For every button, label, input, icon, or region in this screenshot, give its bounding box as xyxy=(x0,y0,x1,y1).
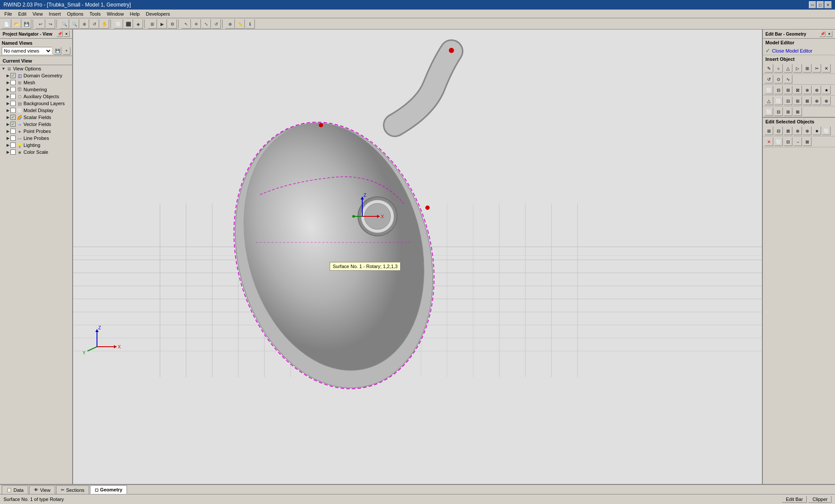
insert-btn-4[interactable]: ▷ xyxy=(793,64,802,73)
edit-btn-9[interactable]: ⬜ xyxy=(774,137,783,146)
edit-btn-3[interactable]: ⊠ xyxy=(784,126,792,135)
insert-btn-2[interactable]: ⟐ xyxy=(774,64,783,73)
insert-btn-13[interactable]: ⊞ xyxy=(784,86,792,94)
check-domain-geometry[interactable]: ✓ xyxy=(10,73,16,78)
tree-item-vector-fields[interactable]: ▶ ✓ → Vector Fields xyxy=(0,121,72,128)
insert-btn-19[interactable]: ⬜ xyxy=(774,96,783,105)
check-lighting[interactable] xyxy=(10,143,16,148)
insert-btn-3[interactable]: △ xyxy=(784,64,792,73)
insert-btn-26[interactable]: ⊟ xyxy=(774,107,783,116)
insert-btn-21[interactable]: ⊞ xyxy=(793,96,802,105)
tree-item-background-layers[interactable]: ▶ ▤ Background Layers xyxy=(0,100,72,107)
tree-item-view-options[interactable]: ▼ 🖥 View Options xyxy=(0,65,72,72)
menu-view[interactable]: View xyxy=(30,10,46,17)
check-color-scale[interactable] xyxy=(10,149,16,155)
tree-item-scalar-fields[interactable]: ▶ ✓ 🌈 Scalar Fields xyxy=(0,114,72,121)
close-button[interactable]: × xyxy=(825,1,832,8)
insert-btn-16[interactable]: ⊕ xyxy=(812,86,821,94)
menu-developers[interactable]: Developers xyxy=(143,10,173,17)
edit-btn-5[interactable]: ⊕ xyxy=(803,126,812,135)
tb-settings[interactable]: ⚙ xyxy=(167,19,177,29)
insert-btn-9[interactable]: ⊙ xyxy=(774,75,783,83)
check-line-probes[interactable] xyxy=(10,136,16,141)
insert-btn-7[interactable]: ✕ xyxy=(822,64,831,73)
right-panel-pin[interactable]: 📌 xyxy=(819,31,825,37)
tree-item-auxiliary-objects[interactable]: ▶ ⬡ Auxiliary Objects xyxy=(0,93,72,100)
insert-btn-23[interactable]: ⊕ xyxy=(812,96,821,105)
check-bg[interactable] xyxy=(10,101,16,106)
tb-scale[interactable]: ⤡ xyxy=(201,19,211,29)
tb-info[interactable]: ℹ xyxy=(245,19,255,29)
tree-item-model-display[interactable]: ▶ ⬜ Model Display xyxy=(0,107,72,114)
edit-btn-6[interactable]: ★ xyxy=(812,126,821,135)
tb-select[interactable]: ↖ xyxy=(181,19,191,29)
tree-item-numbering[interactable]: ▶ ⑫ Numbering xyxy=(0,86,72,93)
panel-close-button[interactable]: × xyxy=(63,31,70,37)
insert-btn-28[interactable]: ⊠ xyxy=(793,107,802,116)
tb-undo[interactable]: ↩ xyxy=(36,19,45,29)
tree-item-line-probes[interactable]: ▶ — Line Probes xyxy=(0,135,72,142)
edit-btn-8[interactable]: ✕ xyxy=(765,137,773,146)
tb-zoom-out[interactable]: 🔍 xyxy=(70,19,79,29)
menu-edit[interactable]: Edit xyxy=(16,10,29,17)
tb-mesh[interactable]: ⊞ xyxy=(147,19,157,29)
insert-btn-27[interactable]: ⊞ xyxy=(784,107,792,116)
tb-open[interactable]: 📂 xyxy=(12,19,21,29)
panel-pin-button[interactable]: 📌 xyxy=(57,31,63,37)
insert-btn-14[interactable]: ⊠ xyxy=(793,86,802,94)
tb-pan[interactable]: ✋ xyxy=(100,19,109,29)
menu-options[interactable]: Options xyxy=(64,10,86,17)
status-clipper-btn[interactable]: Clipper xyxy=(808,496,832,503)
insert-btn-17[interactable]: ★ xyxy=(822,86,831,94)
insert-btn-5[interactable]: ⊞ xyxy=(803,64,812,73)
tb-new[interactable]: 📄 xyxy=(2,19,11,29)
menu-insert[interactable]: Insert xyxy=(46,10,63,17)
tree-item-mesh[interactable]: ▶ ⊞ Mesh xyxy=(0,79,72,86)
tb-redo[interactable]: ↪ xyxy=(46,19,55,29)
minimize-button[interactable]: ─ xyxy=(809,1,816,8)
check-aux[interactable] xyxy=(10,94,16,99)
tb-zoom-in[interactable]: 🔍 xyxy=(60,19,69,29)
insert-btn-6[interactable]: ✂ xyxy=(812,64,821,73)
tb-move[interactable]: ✛ xyxy=(191,19,201,29)
close-model-editor-btn[interactable]: Close Model Editor xyxy=(772,48,812,53)
insert-btn-18[interactable]: △ xyxy=(765,96,773,105)
edit-btn-4[interactable]: ⊗ xyxy=(793,126,802,135)
tree-item-point-probes[interactable]: ▶ ● Point Probes xyxy=(0,128,72,135)
edit-btn-12[interactable]: ⊠ xyxy=(803,137,812,146)
insert-btn-15[interactable]: ⊗ xyxy=(803,86,812,94)
tab-sections[interactable]: ✂ Sections xyxy=(56,485,89,494)
edit-btn-1[interactable]: ⊞ xyxy=(765,126,773,135)
edit-btn-10[interactable]: ⊟ xyxy=(784,137,792,146)
insert-btn-8[interactable]: ↺ xyxy=(765,75,773,83)
check-numbering[interactable] xyxy=(10,87,16,92)
tab-view[interactable]: 👁 View xyxy=(29,485,55,494)
tree-item-domain-geometry[interactable]: ▶ ✓ ◫ Domain Geometry xyxy=(0,72,72,79)
edit-btn-11[interactable]: → xyxy=(793,137,802,146)
tb-rotate2[interactable]: ↺ xyxy=(211,19,221,29)
tb-view-top[interactable]: ⬛ xyxy=(124,19,133,29)
named-views-select[interactable]: No named views xyxy=(2,47,52,55)
tb-view-iso[interactable]: ◈ xyxy=(134,19,143,29)
tb-render[interactable]: ▶ xyxy=(157,19,167,29)
tb-rotate[interactable]: ↺ xyxy=(90,19,99,29)
check-vector[interactable]: ✓ xyxy=(10,122,16,127)
check-scalar[interactable]: ✓ xyxy=(10,115,16,120)
check-point-probes[interactable] xyxy=(10,129,16,134)
right-panel-close[interactable]: × xyxy=(826,31,832,37)
tab-geometry[interactable]: ◻ Geometry xyxy=(90,485,127,494)
insert-btn-11[interactable]: ⬜ xyxy=(765,86,773,94)
insert-btn-24[interactable]: ⊗ xyxy=(822,96,831,105)
tab-data[interactable]: 📋 Data xyxy=(2,485,28,494)
tb-view-front[interactable]: ⬜ xyxy=(114,19,123,29)
menu-help[interactable]: Help xyxy=(127,10,143,17)
edit-btn-7[interactable]: ⬜ xyxy=(822,126,831,135)
check-mesh[interactable] xyxy=(10,80,16,85)
named-views-add-btn[interactable]: + xyxy=(63,47,70,55)
tb-save[interactable]: 💾 xyxy=(22,19,31,29)
insert-btn-12[interactable]: ⊟ xyxy=(774,86,783,94)
check-model-display[interactable] xyxy=(10,108,16,113)
maximize-button[interactable]: □ xyxy=(817,1,824,8)
tb-measure[interactable]: 📏 xyxy=(235,19,245,29)
insert-btn-25[interactable]: ⬜ xyxy=(765,107,773,116)
